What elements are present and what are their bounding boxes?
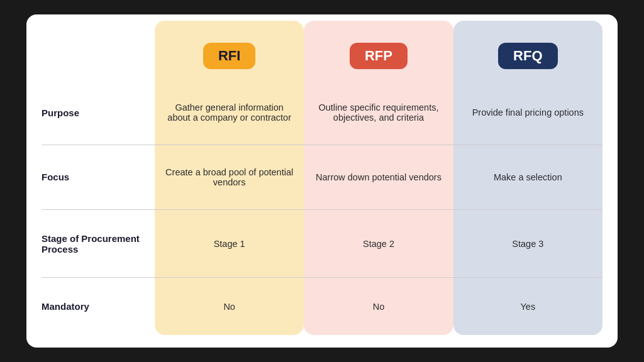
rfi-stage: Stage 1 bbox=[155, 209, 304, 278]
rfp-mandatory: No bbox=[304, 277, 453, 335]
rfi-badge: RFI bbox=[203, 43, 255, 69]
rfp-stage: Stage 2 bbox=[304, 209, 453, 278]
purpose-label: Purpose bbox=[42, 81, 155, 145]
rfq-header: RFQ bbox=[453, 21, 602, 81]
rfi-mandatory: No bbox=[155, 277, 304, 335]
rfi-focus: Create a broad pool of potential vendors bbox=[155, 145, 304, 209]
mandatory-label: Mandatory bbox=[42, 277, 155, 335]
rfq-badge: RFQ bbox=[498, 43, 557, 69]
rfq-focus: Make a selection bbox=[453, 145, 602, 209]
rfp-badge: RFP bbox=[350, 43, 408, 69]
rfp-focus: Narrow down potential vendors bbox=[304, 145, 453, 209]
focus-label: Focus bbox=[42, 145, 155, 209]
rfp-purpose: Outline specific requirements, objective… bbox=[304, 81, 453, 145]
rfq-stage: Stage 3 bbox=[453, 209, 602, 278]
comparison-card: RFI RFP RFQ Purpose Gather general infor… bbox=[26, 14, 618, 348]
header-spacer bbox=[42, 21, 155, 81]
rfp-header: RFP bbox=[304, 21, 453, 81]
comparison-table: RFI RFP RFQ Purpose Gather general infor… bbox=[42, 21, 602, 335]
rfq-mandatory: Yes bbox=[453, 277, 602, 335]
stage-label: Stage of Procurement Process bbox=[42, 209, 155, 278]
rfi-header: RFI bbox=[155, 21, 304, 81]
rfi-purpose: Gather general information about a compa… bbox=[155, 81, 304, 145]
rfq-purpose: Provide final pricing options bbox=[453, 81, 602, 145]
